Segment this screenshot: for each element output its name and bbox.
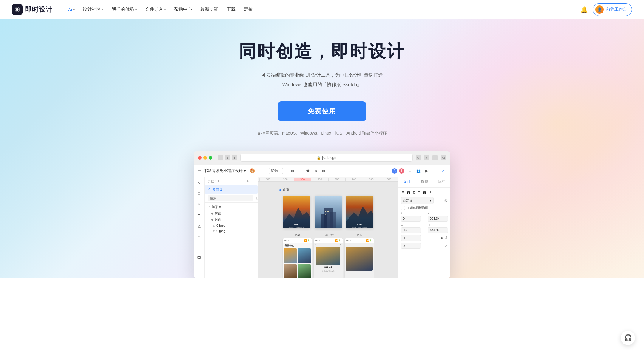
tool-circle[interactable]: ○ bbox=[196, 201, 202, 207]
book-2[interactable] bbox=[298, 248, 311, 263]
app-col-reader: 书书 9:41 📶🔋 ‹ bbox=[344, 233, 374, 278]
traffic-light-maximize[interactable] bbox=[209, 156, 212, 160]
history-icon[interactable]: ⊙ bbox=[407, 168, 413, 174]
hero-subtitle-line1: 可云端编辑的专业级 UI 设计工具，为中国设计师量身打造 bbox=[261, 72, 383, 78]
app-mobile-book-intro[interactable]: 9:41 📶🔋 ‹ ↗ 森林之火 bbox=[313, 238, 343, 278]
new-tab-btn[interactable]: + bbox=[432, 155, 438, 160]
nav-item-features[interactable]: 最新功能 bbox=[197, 5, 222, 14]
status-bar-bookshelf: 9:41 📶🔋 bbox=[283, 238, 312, 243]
tool-component[interactable]: ⊡ bbox=[297, 168, 304, 174]
align-left[interactable]: ⊞ bbox=[401, 190, 405, 195]
expand-icon[interactable]: ⤢ bbox=[444, 243, 448, 248]
clip-checkbox[interactable] bbox=[401, 206, 405, 210]
zoom-minus[interactable]: － bbox=[261, 168, 267, 174]
preset-settings-icon[interactable]: ⚙ bbox=[444, 198, 448, 203]
ruler-1000: 1000 bbox=[380, 178, 397, 181]
flip-h-icon[interactable]: ⇔ bbox=[441, 236, 444, 240]
back-btn[interactable]: ‹ bbox=[225, 155, 230, 160]
tool-more[interactable]: ⊡ bbox=[328, 168, 335, 174]
flip-controls: ⇔ ⇕ bbox=[441, 236, 448, 240]
sidebar-toggle-btn[interactable]: ☰ bbox=[218, 155, 223, 160]
layers-search-input[interactable] bbox=[208, 195, 253, 201]
page-add-icon[interactable]: + bbox=[247, 179, 249, 183]
hamburger-icon[interactable]: ☰ bbox=[197, 168, 202, 174]
left-toolbar: ↖ □ ○ ✒ △ ✦ T 🖼 bbox=[194, 177, 205, 278]
tool-select[interactable]: ↖ bbox=[196, 179, 202, 186]
traffic-light-minimize[interactable] bbox=[203, 156, 207, 160]
layer-item-jpeg1[interactable]: □ 6.jpeg bbox=[205, 223, 258, 228]
nav-item-advantage[interactable]: 我们的优势 ▾ bbox=[108, 5, 140, 14]
flip-v-icon[interactable]: ⇕ bbox=[445, 236, 448, 240]
traffic-light-close[interactable] bbox=[198, 156, 202, 160]
tool-vector[interactable]: ✦ bbox=[196, 233, 202, 239]
tool-export[interactable]: ⊞ bbox=[320, 168, 327, 174]
nav-chevron-import: ▾ bbox=[164, 8, 166, 11]
browser-url-bar[interactable]: 🔒 js.design bbox=[240, 154, 413, 162]
tool-frame[interactable]: ⊞ bbox=[289, 168, 296, 174]
r2-input[interactable]: 0 bbox=[401, 243, 421, 249]
layer-item-rect8[interactable]: □ 矩形 8 bbox=[205, 204, 258, 210]
app-mobile-reader[interactable]: 9:41 📶🔋 ‹ bbox=[344, 238, 374, 278]
align-bottom[interactable]: ⋮⋮ bbox=[428, 190, 436, 195]
project-name-text: 书籍阅读类小程序设计 bbox=[204, 168, 243, 174]
h-input[interactable]: 146.34 bbox=[428, 227, 448, 233]
tool-layer[interactable]: ⊕ bbox=[312, 168, 319, 174]
canvas-frame-2[interactable] bbox=[315, 196, 342, 228]
book-3[interactable] bbox=[284, 264, 297, 278]
check-icon[interactable]: ✓ bbox=[440, 168, 447, 174]
nav-item-pricing-label: 定价 bbox=[244, 7, 253, 12]
tool-mask[interactable]: ⬟ bbox=[305, 168, 311, 174]
poster-fire-2: FIRE MIRACLES & FOREST bbox=[346, 196, 373, 228]
nav-item-import[interactable]: 文件导入 ▾ bbox=[142, 5, 169, 14]
layers-filter-icon[interactable]: ⊞ bbox=[255, 196, 258, 200]
align-middle[interactable]: ⊞ bbox=[422, 190, 427, 195]
share-btn[interactable]: ↑ bbox=[424, 155, 429, 160]
refresh-btn[interactable]: ↻ bbox=[416, 155, 421, 160]
w-input[interactable]: 330 bbox=[401, 227, 421, 233]
rp-tab-design[interactable]: 设计 bbox=[398, 177, 416, 187]
play-icon[interactable]: ▶ bbox=[423, 168, 430, 174]
nav-item-ai[interactable]: Ai ▾ bbox=[64, 5, 78, 14]
book-1[interactable] bbox=[284, 248, 297, 263]
logo-link[interactable]: 即时设计 bbox=[12, 4, 52, 15]
layer-item-jpeg2[interactable]: □ 6.jpeg bbox=[205, 228, 258, 234]
layer-item-face1[interactable]: ◆ 封面 bbox=[205, 210, 258, 217]
x-input[interactable]: 0 bbox=[401, 216, 421, 222]
align-right[interactable]: ⊠ bbox=[411, 190, 416, 195]
tool-text[interactable]: T bbox=[196, 244, 202, 250]
canvas-area[interactable]: 100 200 330 500 600 700 800 1000 ◈ 首页 bbox=[258, 177, 398, 278]
grid-icon[interactable]: ⊞ bbox=[432, 168, 438, 174]
book-4[interactable] bbox=[298, 264, 311, 278]
nav-item-download[interactable]: 下载 bbox=[223, 5, 239, 14]
tool-image[interactable]: 🖼 bbox=[196, 254, 202, 261]
tool-pen[interactable]: ✒ bbox=[196, 211, 202, 218]
rp-tab-annotate[interactable]: 标注 bbox=[433, 177, 450, 187]
preset-select[interactable]: 自定义 ▾ bbox=[401, 197, 434, 204]
clip-frame-icon[interactable]: □ bbox=[407, 206, 409, 210]
canvas-frame-1[interactable]: FIRE MIRACLES & FOREST bbox=[283, 196, 310, 228]
zoom-value[interactable]: 62% + bbox=[269, 168, 283, 174]
copy-btn[interactable]: ⧉ bbox=[441, 155, 446, 160]
page-menu-icon[interactable]: ⋯ bbox=[251, 179, 255, 183]
r1-field-group: 0 bbox=[401, 235, 421, 241]
rp-tab-prototype[interactable]: 原型 bbox=[416, 177, 433, 187]
app-mobile-bookshelf[interactable]: 9:41 📶🔋 我的书架 bbox=[282, 238, 312, 278]
align-center[interactable]: ⊟ bbox=[406, 190, 411, 195]
y-input[interactable]: 204.34 bbox=[428, 216, 448, 222]
hero-cta-button[interactable]: 免费使用 bbox=[278, 101, 366, 121]
r1-input[interactable]: 0 bbox=[401, 235, 421, 241]
nav-item-community[interactable]: 设计社区 ▾ bbox=[79, 5, 107, 14]
align-top[interactable]: ⊡ bbox=[417, 190, 422, 195]
share-icon[interactable]: 👥 bbox=[415, 168, 422, 174]
layer-item-face2[interactable]: ◆ 封面 bbox=[205, 217, 258, 223]
project-dropdown-icon[interactable]: ▾ bbox=[244, 169, 246, 173]
nav-item-help[interactable]: 帮助中心 bbox=[171, 5, 196, 14]
forward-btn[interactable]: › bbox=[232, 155, 237, 160]
bell-icon[interactable]: 🔔 bbox=[580, 6, 588, 13]
page-item-1[interactable]: ✓ 页面 1 bbox=[205, 185, 258, 194]
tool-triangle[interactable]: △ bbox=[196, 222, 202, 229]
tool-frame2[interactable]: □ bbox=[196, 190, 202, 197]
nav-item-pricing[interactable]: 定价 bbox=[240, 5, 256, 14]
workspace-button[interactable]: 👤 前往工作台 bbox=[593, 3, 632, 16]
canvas-frame-3[interactable]: FIRE MIRACLES & FOREST bbox=[346, 196, 373, 228]
